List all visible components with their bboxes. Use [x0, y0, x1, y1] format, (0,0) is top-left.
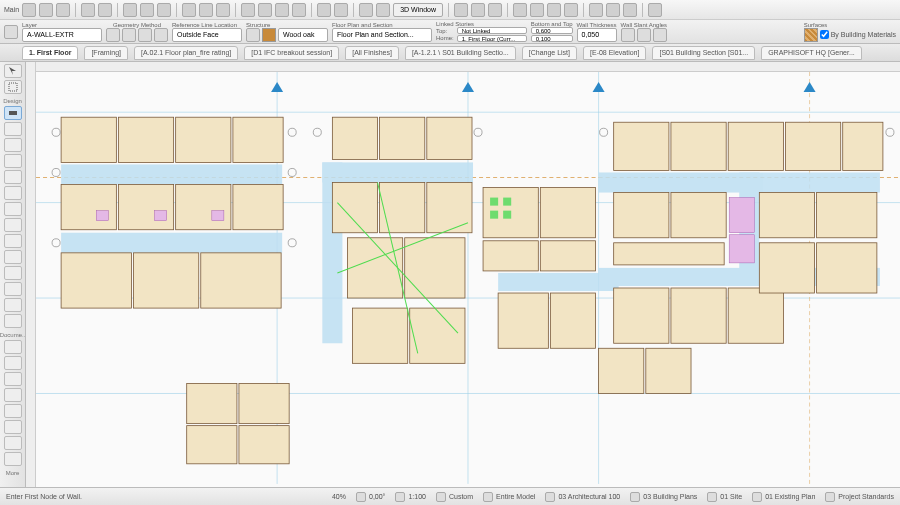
pick-icon[interactable] [182, 3, 196, 17]
slant-single-icon[interactable] [637, 28, 651, 42]
geom-trapezoid-icon[interactable] [138, 28, 152, 42]
dimension-standard[interactable]: Project Standards [825, 492, 894, 502]
layers-icon[interactable] [199, 3, 213, 17]
print-icon[interactable] [623, 3, 637, 17]
align-icon[interactable] [241, 3, 255, 17]
slant-vertical-icon[interactable] [621, 28, 635, 42]
tool-slab[interactable] [4, 186, 22, 200]
tool-polyline[interactable] [4, 452, 22, 466]
geom-poly-icon[interactable] [154, 28, 168, 42]
tool-door[interactable] [4, 122, 22, 136]
material-swatch[interactable] [262, 28, 276, 42]
tab-framing[interactable]: [Framing] [84, 46, 128, 60]
refline-selector[interactable]: Outside Face [172, 28, 242, 42]
guide-icon[interactable] [564, 3, 578, 17]
geom-curved-icon[interactable] [122, 28, 136, 42]
composite-icon[interactable] [246, 28, 260, 42]
scale-field[interactable]: 1:100 [395, 492, 426, 502]
tool-roof[interactable] [4, 218, 22, 232]
mirror-icon[interactable] [275, 3, 289, 17]
tool-wall[interactable] [4, 106, 22, 120]
tool-marquee[interactable] [4, 80, 22, 94]
redo-icon[interactable] [98, 3, 112, 17]
pen-set[interactable]: 03 Building Plans [630, 492, 697, 502]
cut-icon[interactable] [123, 3, 137, 17]
ruler-horizontal [26, 62, 900, 72]
tool-arc[interactable] [4, 436, 22, 450]
material-selector[interactable]: Wood oak [278, 28, 328, 42]
grid-icon[interactable] [547, 3, 561, 17]
default-settings-icon[interactable] [4, 25, 18, 39]
3d-window-button[interactable]: 3D Window [393, 3, 443, 17]
tool-curtain-wall[interactable] [4, 250, 22, 264]
top-offset-field[interactable]: 0,600 [531, 27, 573, 34]
rotate-icon[interactable] [292, 3, 306, 17]
model-filter[interactable]: Entire Model [483, 492, 535, 502]
tool-label[interactable] [4, 388, 22, 402]
open-icon[interactable] [39, 3, 53, 17]
tab-a021[interactable]: [A.02.1 Floor plan_fire rating] [134, 46, 238, 60]
tab-change-list[interactable]: [Change List] [522, 46, 577, 60]
zoom-field[interactable]: 40% [332, 493, 346, 500]
materials-icon[interactable] [216, 3, 230, 17]
tool-object[interactable] [4, 282, 22, 296]
tool-shell[interactable] [4, 234, 22, 248]
tab-first-floor[interactable]: 1. First Floor [22, 46, 78, 60]
publish-icon[interactable] [606, 3, 620, 17]
tool-arrow[interactable] [4, 64, 22, 78]
renovation-filter[interactable]: 01 Existing Plan [752, 492, 815, 502]
undo-icon[interactable] [81, 3, 95, 17]
tool-mesh[interactable] [4, 314, 22, 328]
tool-text[interactable] [4, 372, 22, 386]
teamwork-icon[interactable] [589, 3, 603, 17]
tool-morph[interactable] [4, 266, 22, 280]
detail-tool-icon[interactable] [488, 3, 502, 17]
tool-beam[interactable] [4, 170, 22, 184]
layer-selector[interactable]: A-WALL-EXTR [22, 28, 102, 42]
section-tool-icon[interactable] [454, 3, 468, 17]
trace-icon[interactable] [317, 3, 331, 17]
layer-combo[interactable]: 03 Architectural 100 [545, 492, 620, 502]
save-icon[interactable] [56, 3, 70, 17]
floor-plan-canvas[interactable] [26, 62, 900, 487]
new-icon[interactable] [22, 3, 36, 17]
tab-a121[interactable]: [A-1.2.1 \ S01 Building Sectio... [405, 46, 516, 60]
compare-icon[interactable] [334, 3, 348, 17]
tab-s01[interactable]: [S01 Building Section [S01... [652, 46, 755, 60]
zoom-preset[interactable]: Custom [436, 492, 473, 502]
home-story-field[interactable]: 1. First Floor (Curr... [457, 35, 527, 42]
measure-icon[interactable] [513, 3, 527, 17]
tab-graphisoft[interactable]: GRAPHISOFT HQ [Gener... [761, 46, 862, 60]
tool-window[interactable] [4, 138, 22, 152]
copy-icon[interactable] [140, 3, 154, 17]
tool-line[interactable] [4, 420, 22, 434]
elevation-tool-icon[interactable] [471, 3, 485, 17]
paste-icon[interactable] [157, 3, 171, 17]
surface-swatch[interactable] [804, 28, 818, 42]
tool-stair[interactable] [4, 202, 22, 216]
slant-double-icon[interactable] [653, 28, 667, 42]
tab-elevation[interactable]: [E-08 Elevation] [583, 46, 646, 60]
angle-field[interactable]: 0,00° [356, 492, 385, 502]
tool-fill[interactable] [4, 404, 22, 418]
wall-thickness-field[interactable]: 0,050 [577, 28, 617, 42]
tool-zone[interactable] [4, 298, 22, 312]
svg-marker-12 [462, 82, 474, 92]
help-icon[interactable] [648, 3, 662, 17]
fp-section-button[interactable]: Floor Plan and Section... [332, 28, 432, 42]
by-building-materials-check[interactable]: By Building Materials [820, 30, 896, 39]
tool-column[interactable] [4, 154, 22, 168]
snap-icon[interactable] [530, 3, 544, 17]
view-icon[interactable] [359, 3, 373, 17]
tab-all-finishes[interactable]: [All Finishes] [345, 46, 399, 60]
cube-icon[interactable] [376, 3, 390, 17]
top-story-field[interactable]: Not Linked [457, 27, 527, 34]
mvo-combo[interactable]: 01 Site [707, 492, 742, 502]
geom-straight-icon[interactable] [106, 28, 120, 42]
distribute-icon[interactable] [258, 3, 272, 17]
tool-dimension[interactable] [4, 340, 22, 354]
tool-level-dimension[interactable] [4, 356, 22, 370]
bottom-offset-field[interactable]: 0,100 [531, 35, 573, 42]
tab-nav-icon[interactable] [4, 47, 16, 59]
tab-d1[interactable]: [D1 IFC breakout session] [244, 46, 339, 60]
